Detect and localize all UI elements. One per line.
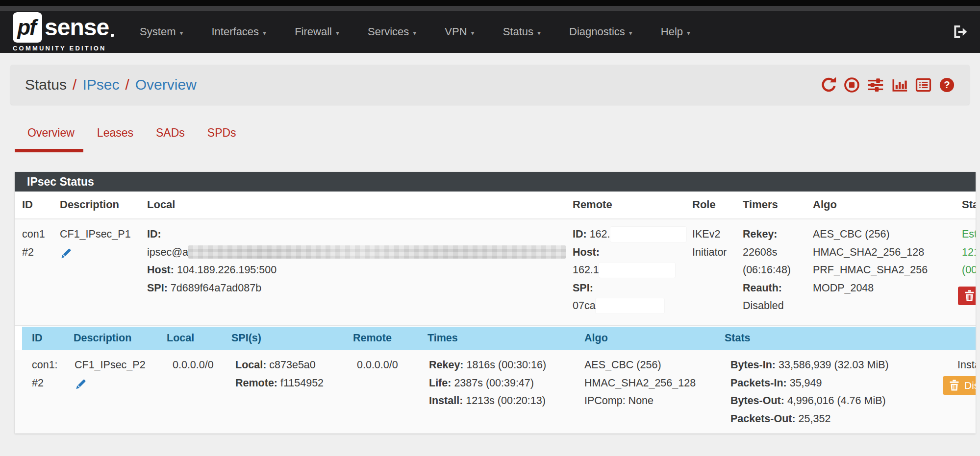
tab-spds[interactable]: SPDs [196,126,248,152]
help-icon[interactable]: ? [939,77,955,93]
ipsec-status-panel: IPsec Status ID Description Local Remote… [15,172,976,433]
logo-sense-text: sense [45,14,109,41]
tab-leases[interactable]: Leases [86,126,145,152]
window-chrome-strip-2 [0,6,980,11]
menu-item-help[interactable]: Help▾ [647,25,704,38]
child-id-cell: con1: #2 [32,356,58,392]
ike-table-header: ID Description Local Remote Role Timers … [15,192,976,219]
child-table-header: ID Description Local SPI(s) Remote Times… [22,327,976,350]
chevron-down-icon: ▾ [336,29,339,37]
menu-item-services[interactable]: Services▾ [353,25,430,38]
edit-pencil-icon[interactable] [75,377,146,397]
svg-text:?: ? [944,79,950,90]
col-algo: Algo [813,198,837,211]
breadcrumb-separator: / [125,76,129,93]
breadcrumb-link-ipsec[interactable]: IPsec [82,76,119,93]
col-id: ID [22,198,33,211]
panel-title: IPsec Status [15,172,976,192]
ike-sa-table: ID Description Local Remote Role Timers … [15,192,976,433]
breadcrumb-link-overview[interactable]: Overview [135,76,197,93]
chevron-down-icon: ▾ [537,29,541,37]
col-algo: Algo [584,332,608,344]
log-view-icon[interactable] [915,77,931,93]
graph-icon[interactable] [891,77,908,93]
menu-item-diagnostics[interactable]: Diagnostics▾ [555,25,647,38]
window-chrome-strip [0,0,980,6]
col-description: Description [60,198,119,211]
ipsec-tabs: Overview Leases SADs SPDs [15,126,980,152]
menu-item-firewall[interactable]: Firewall▾ [280,25,353,38]
chevron-down-icon: ▾ [263,29,266,37]
ike-local-cell: ID: ipsec@a Host: 104.189.226.195:500 SP… [147,225,566,297]
ike-timers-cell: Rekey: 22608s (06:16:48) Reauth: Disable… [743,225,791,315]
logo-edition-text: COMMUNITY EDITION [13,45,109,52]
child-algo-cell: AES_CBC (256) HMAC_SHA2_256_128 IPComp: … [584,356,696,410]
child-description-cell: CF1_IPsec_P2 [75,356,146,397]
chevron-down-icon: ▾ [629,29,632,37]
breadcrumb-separator: / [73,76,76,93]
settings-sliders-icon[interactable] [867,77,884,93]
logo-pf-text: pf [17,15,38,40]
col-status: Status [962,198,976,211]
redacted-blur [188,245,566,259]
child-times-cell: Rekey: 1816s (00:30:16) Life: 2387s (00:… [429,356,546,410]
chevron-down-icon: ▾ [687,29,690,37]
col-times: Times [427,332,458,344]
child-stats-cell: Bytes-In: 33,586,939 (32.03 MiB) Packets… [730,356,889,428]
redacted-box [596,298,664,313]
col-timers: Timers [743,198,778,211]
menu-item-system[interactable]: System▾ [126,25,197,38]
top-navbar: pf sense COMMUNITY EDITION System▾ Inter… [0,11,980,53]
col-id: ID [32,332,43,344]
refresh-icon[interactable] [820,77,836,93]
col-local: Local [147,198,175,211]
table-row: con1: #2 CF1_IPsec_P2 0.0.0.0/0 Local: c… [15,350,976,433]
table-row: con1 #2 CF1_IPsec_P1 ID: ipsec@a Host: 1… [15,219,976,325]
child-state-cell: Installed Disconnect [943,356,976,397]
col-local: Local [167,332,194,344]
disconnect-button[interactable]: Disconnect [958,287,976,305]
tab-sads[interactable]: SADs [145,126,196,152]
ike-remote-cell: ID: 162. Host: 162.1 SPI: 07ca [573,225,686,315]
ike-id-cell: con1 #2 [22,225,45,261]
chevron-down-icon: ▾ [413,29,416,37]
redacted-box [610,227,686,242]
state-text: Installed [957,356,976,374]
col-remote: Remote [573,198,612,211]
pf-logo-box: pf [13,12,42,43]
ike-role-cell: IKEv2 Initiator [692,225,727,261]
col-remote: Remote [353,332,392,344]
breadcrumb-section: Status [25,76,67,93]
status-text: Establ [962,225,976,243]
menu-item-interfaces[interactable]: Interfaces▾ [198,25,281,38]
page-action-icons: ? [820,77,955,93]
tab-overview[interactable]: Overview [15,126,86,152]
disconnect-button[interactable]: Disconnect [943,376,976,395]
stop-icon[interactable] [844,77,860,93]
col-stats: Stats [725,332,751,344]
ike-status-cell: Establ 1213 s (00:20 Disconnect [962,225,976,307]
col-spis: SPI(s) [231,332,261,344]
menu-item-status[interactable]: Status▾ [489,25,555,38]
sign-out-icon[interactable] [952,24,967,40]
child-sa-table: ID Description Local SPI(s) Remote Times… [15,325,976,433]
breadcrumb-bar: Status/IPsec/Overview ? [10,65,970,105]
breadcrumb: Status/IPsec/Overview [25,76,197,93]
pfsense-logo[interactable]: pf sense COMMUNITY EDITION [13,12,109,52]
col-description: Description [74,332,131,344]
menu-item-vpn[interactable]: VPN▾ [430,25,488,38]
chevron-down-icon: ▾ [471,29,475,37]
child-remote-cell: 0.0.0.0/0 [357,356,398,374]
ike-description-cell: CF1_IPsec_P1 [60,225,131,266]
child-local-cell: 0.0.0.0/0 [173,356,214,374]
edit-pencil-icon[interactable] [60,246,131,266]
main-menu: System▾ Interfaces▾ Firewall▾ Services▾ … [126,25,704,38]
redacted-box [599,263,675,278]
chevron-down-icon: ▾ [179,29,183,37]
child-spis-cell: Local: c873e5a0 Remote: f1154952 [235,356,324,392]
col-role: Role [692,198,716,211]
ike-algo-cell: AES_CBC (256) HMAC_SHA2_256_128 PRF_HMAC… [813,225,928,297]
